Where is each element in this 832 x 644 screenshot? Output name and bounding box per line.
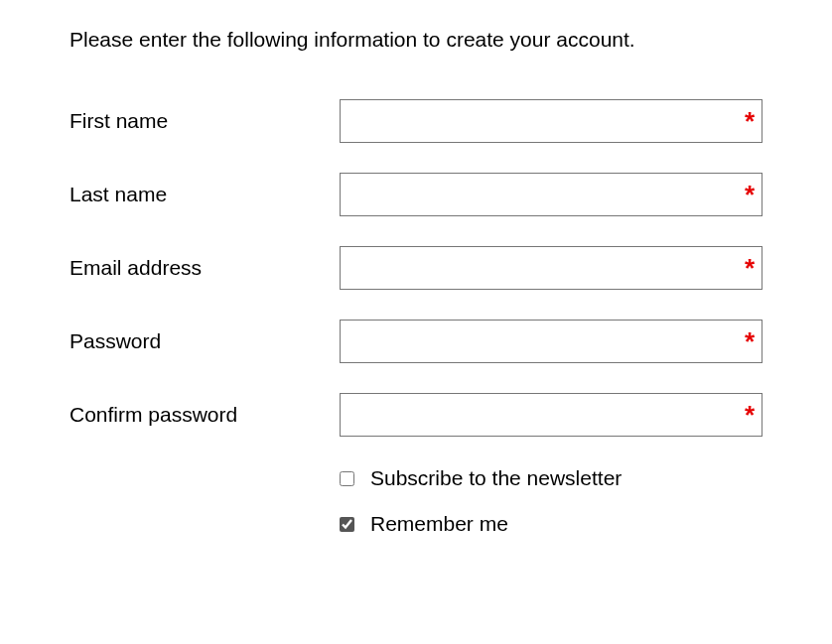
row-confirm-password: Confirm password * [69,393,763,437]
password-field[interactable] [340,320,763,363]
remember-checkbox[interactable] [340,517,354,532]
input-wrapper-confirm-password: * [340,393,763,437]
input-wrapper-email: * [340,246,763,290]
input-wrapper-last-name: * [340,173,763,216]
confirm-password-field[interactable] [340,393,763,437]
row-remember: Remember me [69,512,763,536]
last-name-field[interactable] [340,173,763,216]
label-last-name: Last name [69,183,340,206]
first-name-field[interactable] [340,99,763,143]
input-wrapper-first-name: * [340,99,763,143]
row-newsletter: Subscribe to the newsletter [69,466,763,490]
label-remember[interactable]: Remember me [370,512,508,536]
row-password: Password * [69,320,763,363]
label-first-name: First name [69,109,340,133]
row-last-name: Last name * [69,173,763,216]
label-password: Password [69,329,340,353]
label-newsletter[interactable]: Subscribe to the newsletter [370,466,622,490]
input-wrapper-password: * [340,320,763,363]
row-email: Email address * [69,246,763,290]
row-first-name: First name * [69,99,763,143]
label-confirm-password: Confirm password [69,403,340,427]
email-field[interactable] [340,246,763,290]
label-email: Email address [69,256,340,280]
intro-text: Please enter the following information t… [69,28,763,52]
newsletter-checkbox[interactable] [340,471,354,486]
